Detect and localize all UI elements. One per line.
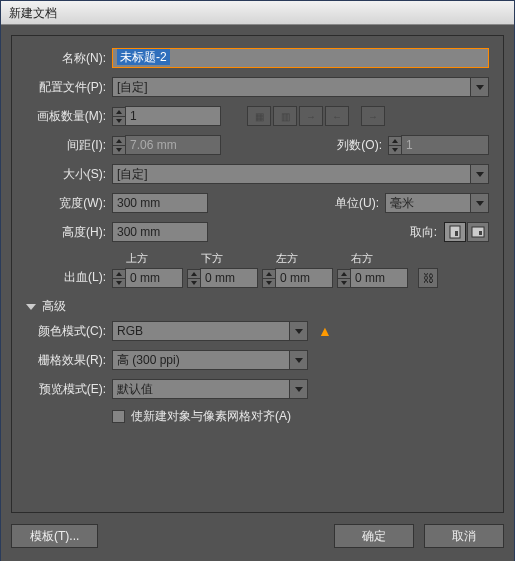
dropdown-arrow-icon [289,322,307,340]
artboard-count-input[interactable] [125,106,221,126]
columns-input [401,135,489,155]
advanced-section-toggle[interactable]: 高级 [26,298,489,315]
bleed-bottom-spinner[interactable] [187,269,201,288]
raster-effects-label: 栅格效果(R): [26,352,112,369]
bleed-left-label: 左方 [262,251,333,266]
bleed-right-input[interactable] [350,268,408,288]
preview-mode-dropdown[interactable]: 默认值 [112,379,308,399]
orientation-portrait-icon[interactable] [444,222,466,242]
dropdown-arrow-icon [470,78,488,96]
row-ltr-icon[interactable]: → [299,106,323,126]
orientation-landscape-icon[interactable] [467,222,489,242]
dropdown-arrow-icon [289,380,307,398]
size-label: 大小(S): [26,166,112,183]
raster-effects-dropdown[interactable]: 高 (300 ppi) [112,350,308,370]
artboard-count-label: 画板数量(M): [26,108,112,125]
profile-dropdown[interactable]: [自定] [112,77,489,97]
profile-label: 配置文件(P): [26,79,112,96]
new-document-dialog: 新建文档 名称(N): 未标题-2 配置文件(P): [自定] 画板数量(M): [0,0,515,561]
svg-rect-1 [455,231,458,236]
orientation-label: 取向: [383,224,443,241]
arrange-icon[interactable]: → [361,106,385,126]
height-label: 高度(H): [26,224,112,241]
bleed-bottom-input[interactable] [200,268,258,288]
size-dropdown[interactable]: [自定] [112,164,489,184]
units-dropdown[interactable]: 毫米 [385,193,489,213]
advanced-heading: 高级 [42,298,66,315]
height-input[interactable] [112,222,208,242]
cancel-button[interactable]: 取消 [424,524,504,548]
columns-spinner[interactable] [388,136,402,155]
artboard-count-spinner[interactable] [112,107,126,126]
row-rtl-icon[interactable]: ← [325,106,349,126]
align-pixel-grid-checkbox[interactable] [112,410,125,423]
bleed-top-label: 上方 [112,251,183,266]
bleed-right-spinner[interactable] [337,269,351,288]
grid-by-row-icon[interactable]: ▦ [247,106,271,126]
warning-icon: ▲ [318,323,332,339]
name-label: 名称(N): [26,50,112,67]
dialog-body: 名称(N): 未标题-2 配置文件(P): [自定] 画板数量(M): [1,25,514,561]
width-label: 宽度(W): [26,195,112,212]
window-title: 新建文档 [1,1,514,25]
main-panel: 名称(N): 未标题-2 配置文件(P): [自定] 画板数量(M): [11,35,504,513]
templates-button[interactable]: 模板(T)... [11,524,98,548]
link-bleed-icon[interactable]: ⛓ [418,268,438,288]
name-input[interactable]: 未标题-2 [112,48,489,68]
bleed-top-spinner[interactable] [112,269,126,288]
color-mode-label: 颜色模式(C): [26,323,112,340]
spacing-label: 间距(I): [26,137,112,154]
align-pixel-grid-label: 使新建对象与像素网格对齐(A) [131,408,291,425]
columns-label: 列数(O): [328,137,388,154]
dropdown-arrow-icon [289,351,307,369]
bleed-top-input[interactable] [125,268,183,288]
preview-mode-label: 预览模式(E): [26,381,112,398]
bleed-left-input[interactable] [275,268,333,288]
dropdown-arrow-icon [470,165,488,183]
bleed-label: 出血(L): [26,269,112,288]
bleed-bottom-label: 下方 [187,251,258,266]
bleed-left-spinner[interactable] [262,269,276,288]
grid-by-col-icon[interactable]: ▥ [273,106,297,126]
dropdown-arrow-icon [470,194,488,212]
width-input[interactable] [112,193,208,213]
color-mode-dropdown[interactable]: RGB [112,321,308,341]
svg-rect-3 [479,231,482,235]
spacing-spinner[interactable] [112,136,126,155]
spacing-input [125,135,221,155]
units-label: 单位(U): [325,195,385,212]
ok-button[interactable]: 确定 [334,524,414,548]
bleed-right-label: 右方 [337,251,408,266]
svg-rect-2 [472,227,484,237]
disclosure-triangle-icon [26,304,36,310]
